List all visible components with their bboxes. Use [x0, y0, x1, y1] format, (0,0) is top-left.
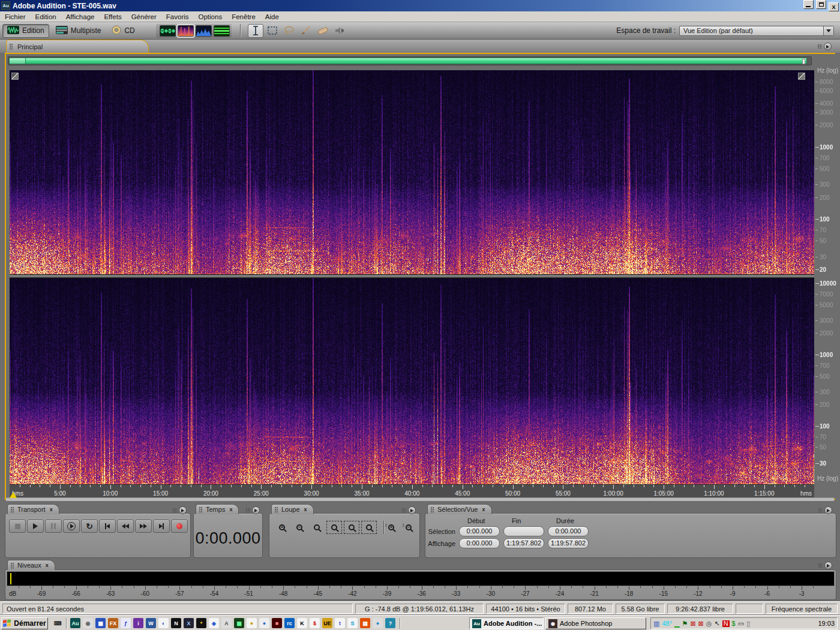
sélection-durée-field[interactable]: 0:00.000	[548, 526, 589, 536]
frequency-ruler[interactable]: 8000600040003000200010007005003002001007…	[815, 54, 835, 499]
quick-launch-icon[interactable]: A	[221, 618, 232, 628]
quick-launch-icon[interactable]: i	[133, 618, 143, 628]
quick-launch-icon[interactable]: ?	[385, 618, 395, 628]
quick-launch-icon[interactable]: *	[196, 618, 206, 628]
loop-play-button[interactable]: ↻	[81, 520, 98, 533]
quick-launch-icon[interactable]: ⌨	[53, 618, 63, 628]
menu-effets[interactable]: Effets	[99, 11, 126, 22]
stop-button[interactable]	[9, 520, 26, 533]
selection-vue-tab[interactable]: Sélection/Vuex	[427, 504, 492, 514]
view-button-multipiste[interactable]: Multipiste	[52, 24, 106, 38]
tray-icon[interactable]: ⚑	[682, 620, 688, 627]
tray-icon[interactable]: ▭	[738, 620, 744, 627]
quick-launch-icon[interactable]: $	[310, 618, 320, 628]
affichage-fin-field[interactable]: 1:19:57.802	[503, 538, 544, 548]
scrub-tool[interactable]	[332, 24, 347, 38]
quick-launch-icon[interactable]: N	[171, 618, 181, 628]
tray-icon[interactable]: N	[722, 620, 730, 627]
tab-principal[interactable]: Principal	[6, 40, 149, 53]
quick-launch-icon[interactable]: ●	[247, 618, 257, 628]
menu-favoris[interactable]: Favoris	[161, 11, 194, 22]
transport-menu-button[interactable]	[173, 506, 187, 514]
quick-launch-icon[interactable]: UE	[322, 618, 332, 628]
zoom-out-horizontal-button[interactable]: −	[292, 521, 307, 534]
quick-launch-icon[interactable]: ●	[373, 618, 383, 628]
close-tab-icon[interactable]: x	[229, 506, 232, 512]
menu-fichier[interactable]: Fichier	[0, 11, 31, 22]
spectral-view-button[interactable]	[178, 25, 194, 37]
tray-icon[interactable]: ↖	[714, 620, 719, 627]
quick-launch-icon[interactable]: ƒ	[121, 618, 131, 628]
tray-icon[interactable]: 48°	[662, 620, 672, 627]
menu-aide[interactable]: Aide	[260, 11, 284, 22]
zoom-selection-right-button[interactable]	[361, 521, 377, 534]
taskbar-task-audition[interactable]: AuAdobe Audition -...	[469, 617, 544, 629]
close-tab-icon[interactable]: x	[46, 562, 49, 568]
quick-launch-icon[interactable]: ▦	[95, 618, 106, 628]
view-button-cd[interactable]: CD	[107, 24, 139, 38]
tray-icon[interactable]: ⊠	[698, 620, 704, 627]
tray-icon[interactable]: $	[732, 620, 736, 627]
tray-icon[interactable]: ▁	[674, 620, 679, 627]
spectrogram-canvas[interactable]	[10, 70, 814, 484]
affichage-début-field[interactable]: 0:00.000	[459, 538, 500, 548]
selection-menu-button[interactable]	[818, 506, 832, 514]
selection-corner-icon[interactable]	[11, 73, 19, 80]
close-tab-icon[interactable]: x	[304, 506, 307, 512]
quick-launch-icon[interactable]: K	[297, 618, 307, 628]
niveaux-tab[interactable]: Niveauxx	[7, 560, 55, 570]
pause-button[interactable]	[45, 520, 62, 533]
quick-launch-icon[interactable]: t	[335, 618, 345, 628]
zoom-in-vertical-button[interactable]: +↕	[383, 521, 399, 534]
quick-launch-icon[interactable]: ▦	[234, 618, 244, 628]
taskbar-task-photoshop[interactable]: ◉Adobe Photoshop	[545, 617, 646, 629]
zoom-full-button[interactable]	[309, 521, 325, 534]
sélection-fin-field[interactable]	[503, 526, 544, 536]
overview-bar[interactable]	[8, 56, 812, 65]
temps-tab[interactable]: Tempsx	[196, 504, 239, 514]
workspace-dropdown-icon[interactable]	[823, 26, 833, 35]
zoom-in-horizontal-button[interactable]: +	[274, 521, 290, 534]
sélection-début-field[interactable]: 0:00.000	[459, 526, 500, 536]
effects-paintbrush-tool[interactable]	[298, 24, 314, 38]
play-from-cursor-button[interactable]	[63, 520, 80, 533]
menu-options[interactable]: Options	[194, 11, 227, 22]
quick-launch-icon[interactable]: ●	[259, 618, 269, 628]
overview-handle[interactable]	[802, 59, 805, 64]
level-meter[interactable]	[7, 571, 835, 586]
loupe-tab[interactable]: Loupex	[271, 504, 314, 514]
menu-edition[interactable]: Edition	[31, 11, 61, 22]
quick-launch-icon[interactable]: rc	[284, 618, 295, 628]
phase-view-button[interactable]	[196, 25, 212, 37]
panel-menu-button[interactable]	[818, 43, 832, 50]
close-tab-icon[interactable]: x	[50, 506, 53, 512]
menu-affichage[interactable]: Affichage	[61, 11, 100, 22]
fast-forward-button[interactable]	[135, 520, 152, 533]
time-ruler[interactable]: 5:0010:0015:0020:0025:0030:0035:0040:004…	[10, 484, 814, 497]
go-to-start-button[interactable]	[99, 520, 116, 533]
close-tab-icon[interactable]: x	[482, 506, 485, 512]
playhead-triangle-icon[interactable]	[10, 492, 17, 498]
view-button-edition[interactable]: Edition	[2, 24, 49, 38]
play-button[interactable]	[27, 520, 44, 533]
record-button[interactable]	[171, 520, 188, 533]
start-button[interactable]: Démarrer	[1, 617, 48, 629]
go-to-end-button[interactable]	[153, 520, 170, 533]
quick-launch-icon[interactable]: ◉	[83, 618, 93, 628]
quick-launch-icon[interactable]: FX	[108, 618, 118, 628]
restore-button[interactable]	[816, 0, 826, 9]
quick-launch-icon[interactable]: ◐	[158, 618, 169, 628]
temps-menu-button[interactable]	[246, 506, 260, 514]
tray-icon[interactable]: ◎	[706, 620, 712, 627]
quick-launch-icon[interactable]: Au	[70, 618, 80, 628]
menu-fenêtre[interactable]: Fenêtre	[227, 11, 260, 22]
quick-launch-icon[interactable]: X	[184, 618, 194, 628]
quick-launch-icon[interactable]: ◆	[209, 618, 219, 628]
workspace-select[interactable]: Vue Edition (par défaut)	[679, 26, 834, 36]
quick-launch-icon[interactable]: ■	[272, 618, 282, 628]
time-selection-tool[interactable]	[248, 24, 263, 38]
transport-tab[interactable]: Transportx	[7, 504, 59, 514]
zoom-selection-left-button[interactable]	[344, 521, 359, 534]
spectral-pan-view-button[interactable]	[214, 25, 230, 37]
close-button[interactable]: X	[829, 2, 839, 11]
